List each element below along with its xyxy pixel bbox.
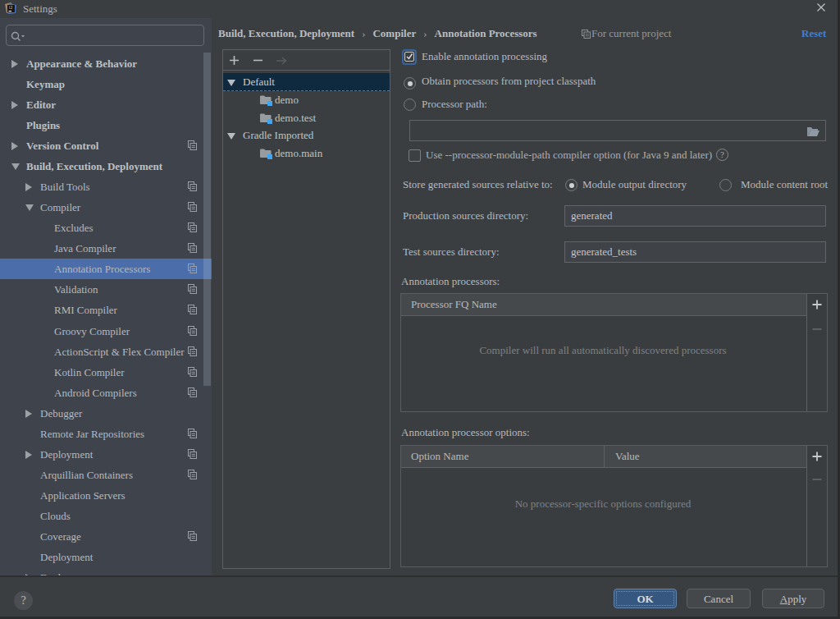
svg-text:IJ: IJ xyxy=(9,5,12,10)
